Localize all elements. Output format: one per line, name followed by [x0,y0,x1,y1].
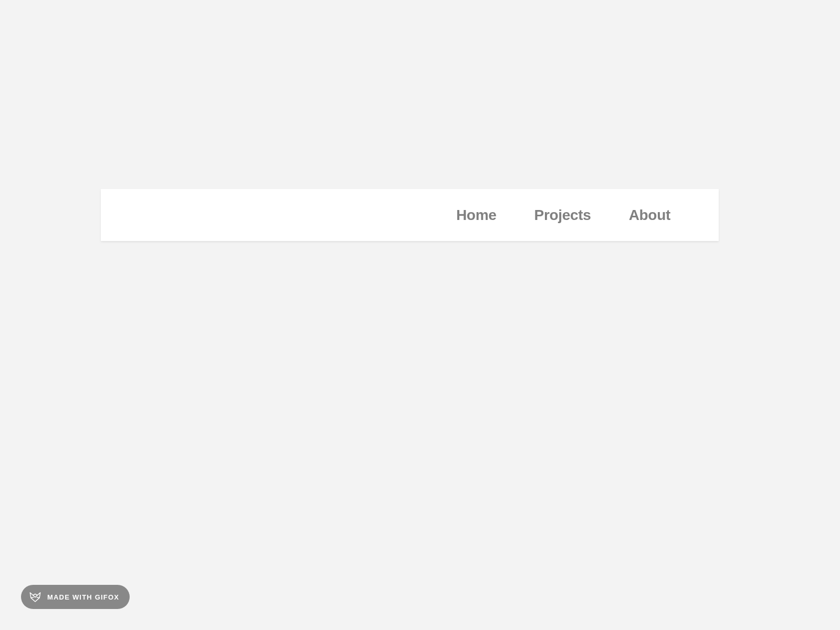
gifox-badge-text: MADE WITH GIFOX [47,593,119,601]
nav-link-home[interactable]: Home [456,207,497,224]
nav-link-projects[interactable]: Projects [534,207,591,224]
nav-items-container: Home Projects About [456,207,670,224]
fox-icon [28,590,42,604]
navigation-bar: Home Projects About [101,189,719,241]
nav-link-about[interactable]: About [629,207,670,224]
gifox-badge[interactable]: MADE WITH GIFOX [21,585,130,609]
